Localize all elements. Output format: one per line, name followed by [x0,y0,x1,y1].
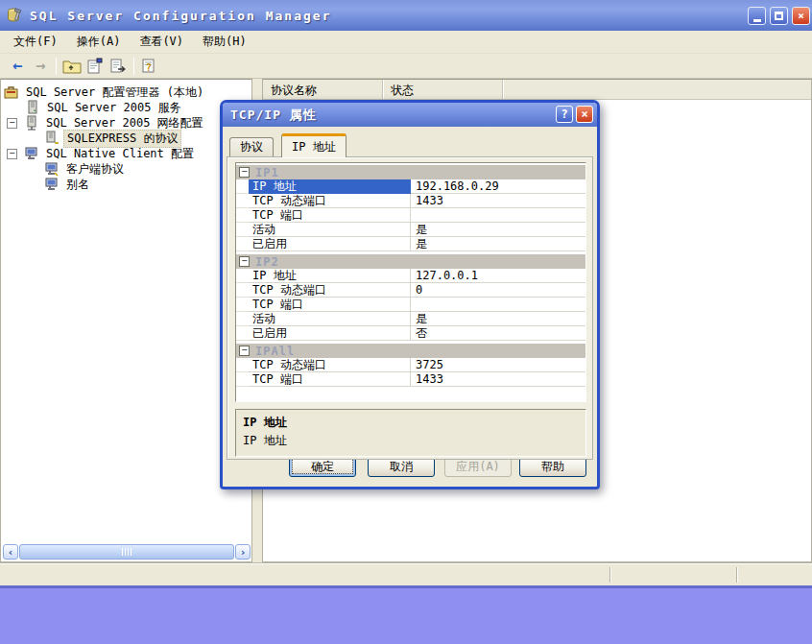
dialog-close-button[interactable]: × [576,106,593,123]
export-list-icon [109,58,127,75]
row-gutter [236,283,249,298]
menu-help[interactable]: 帮助(H) [193,32,256,52]
help-button[interactable]: ? [138,56,161,77]
column-header-status[interactable]: 状态 [383,80,503,99]
row-gutter [236,312,249,326]
grid-row-ip-address[interactable]: IP 地址 192.168.0.29 [236,179,585,194]
tree-horizontal-scrollbar[interactable]: ‹ › [3,544,251,560]
property-value[interactable]: 0 [411,283,585,298]
property-value[interactable]: 是 [411,223,585,237]
grid-row-tcp-port[interactable]: TCP 端口 1433 [236,372,585,387]
minimize-button[interactable] [748,7,766,25]
property-value[interactable] [411,298,585,312]
scrollbar-track[interactable] [19,544,234,560]
console-tree-panel: SQL Server 配置管理器 (本地) SQL Server 2005 服务… [0,79,252,562]
grid-row-enabled[interactable]: 已启用 是 [236,237,585,251]
back-button[interactable]: ← [6,56,29,77]
collapse-icon[interactable]: − [239,256,250,267]
tree-item-client-protocols[interactable]: 客户端协议 [1,161,251,177]
row-gutter [236,358,249,372]
property-label[interactable]: 活动 [249,223,411,237]
grid-group-ip2[interactable]: − IP2 [236,254,585,269]
property-value[interactable]: 否 [411,326,585,341]
property-value[interactable]: 3725 [411,358,585,372]
tab-protocol[interactable]: 协议 [229,137,274,156]
property-label[interactable]: IP 地址 [249,269,411,283]
tab-ip-addresses[interactable]: IP 地址 [281,133,346,157]
row-gutter [236,194,249,208]
close-button[interactable]: × [792,7,810,25]
grid-row-tcp-dynamic-port[interactable]: TCP 动态端口 3725 [236,358,585,372]
up-folder-icon [62,58,82,75]
property-label[interactable]: TCP 端口 [249,372,411,387]
collapse-icon[interactable]: − [7,118,17,129]
property-value[interactable]: 1433 [411,194,585,208]
grid-row-active[interactable]: 活动 是 [236,223,585,237]
forward-icon: → [36,58,45,74]
forward-button[interactable]: → [29,56,52,77]
grid-group-ipall[interactable]: − IPAll [236,344,585,358]
collapse-icon[interactable]: − [239,167,250,178]
grid-row-ip-address[interactable]: IP 地址 127.0.0.1 [236,269,585,283]
property-value[interactable]: 192.168.0.29 [411,179,585,194]
property-label[interactable]: TCP 端口 [249,208,411,223]
menu-bar: 文件(F) 操作(A) 查看(V) 帮助(H) [0,31,812,54]
svg-text:?: ? [146,62,152,73]
dialog-body: 协议 IP 地址 − IP1 IP 地址 192.168.0.29 TCP 动态… [223,127,597,487]
back-icon: ← [12,58,22,74]
property-label[interactable]: 活动 [249,312,411,326]
dialog-title: TCP/IP 属性 [230,107,317,124]
export-list-button[interactable] [107,56,130,77]
thumb-grip [128,548,129,556]
property-value[interactable]: 1433 [411,372,585,387]
tree-item-root[interactable]: SQL Server 配置管理器 (本地) [1,84,251,100]
property-value[interactable]: 是 [411,312,585,326]
property-value[interactable]: 127.0.0.1 [411,269,585,283]
dialog-help-button[interactable]: ? [556,106,573,123]
grid-row-active[interactable]: 活动 是 [236,312,585,326]
properties-button[interactable] [84,56,107,77]
tree-item-services[interactable]: SQL Server 2005 服务 [1,100,251,115]
maximize-icon [775,12,783,20]
collapse-icon[interactable]: − [239,346,250,356]
property-label[interactable]: IP 地址 [249,179,411,194]
grid-row-enabled[interactable]: 已启用 否 [236,326,585,341]
property-label[interactable]: 已启用 [249,326,411,341]
description-title: IP 地址 [243,415,579,431]
property-label[interactable]: TCP 动态端口 [249,283,411,298]
tree-item-sqlexpress-protocols[interactable]: SQLEXPRESS 的协议 [1,131,251,146]
scrollbar-thumb[interactable] [19,544,234,560]
tree-item-label: 客户端协议 [63,161,127,178]
window-title: SQL Server Configuration Manager [30,9,331,23]
tree-item-native-client-config[interactable]: − SQL Native Client 配置 [1,146,251,161]
column-header-protocol-name[interactable]: 协议名称 [263,80,383,99]
scroll-left-button[interactable]: ‹ [3,544,18,560]
grid-group-ip1[interactable]: − IP1 [236,165,585,179]
close-icon: × [581,107,587,121]
property-grid: − IP1 IP 地址 192.168.0.29 TCP 动态端口 1433 T… [235,162,586,402]
thumb-grip [122,548,123,556]
collapse-icon[interactable]: − [7,149,17,159]
up-one-level-button[interactable] [60,56,84,77]
menu-view[interactable]: 查看(V) [130,32,193,52]
scroll-right-button[interactable]: › [235,544,251,560]
property-label[interactable]: TCP 动态端口 [249,358,411,372]
maximize-button[interactable] [770,7,788,25]
app-icon [6,7,23,24]
property-value[interactable]: 是 [411,237,585,251]
property-value[interactable] [411,208,585,223]
grid-row-tcp-port[interactable]: TCP 端口 [236,298,585,312]
grid-row-tcp-port[interactable]: TCP 端口 [236,208,585,223]
menu-file[interactable]: 文件(F) [4,32,67,52]
menu-action[interactable]: 操作(A) [67,32,131,52]
statusbar-separator [736,567,738,583]
grid-row-tcp-dynamic-port[interactable]: TCP 动态端口 0 [236,283,585,298]
window-titlebar: SQL Server Configuration Manager × [0,0,812,31]
grid-row-tcp-dynamic-port[interactable]: TCP 动态端口 1433 [236,194,585,208]
tree-item-aliases[interactable]: 别名 [1,177,251,192]
help-icon: ? [561,107,567,121]
property-label[interactable]: TCP 动态端口 [249,194,411,208]
property-label[interactable]: TCP 端口 [249,298,411,312]
property-label[interactable]: 已启用 [249,237,411,251]
help-doc-icon: ? [141,58,158,75]
